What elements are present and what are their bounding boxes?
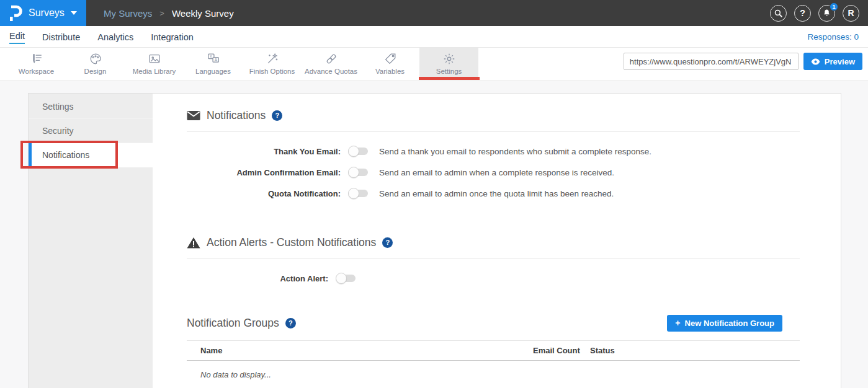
breadcrumb: My Surveys > Weekly Survey [104,8,234,19]
toolbar-item-design[interactable]: Design [66,48,125,78]
settings-sidebar: Settings Security Notifications [29,94,153,388]
envelope-icon [187,110,200,121]
questionpro-logo-icon [9,5,22,21]
action-alerts-section-heading: Action Alerts - Custom Notifications ? [187,234,800,250]
breadcrumb-separator: > [159,9,164,18]
breadcrumb-my-surveys[interactable]: My Surveys [104,8,152,19]
advance-quotas-link-icon [324,52,338,66]
product-menu-label: Surveys [29,7,65,19]
media-library-icon [148,52,161,66]
divider [187,258,800,259]
search-icon [774,9,783,18]
notifications-panel: Notifications ? Thank You Email: Send a … [153,94,841,388]
search-button[interactable] [770,5,787,22]
column-header-name: Name [187,346,533,355]
tab-edit[interactable]: Edit [9,30,25,44]
toolbar-item-finish-options[interactable]: Finish Options [243,48,302,78]
notification-count-badge: 1 [830,2,838,11]
workspace-icon [30,52,43,66]
notifications-button[interactable]: 1 [818,5,835,22]
settings-card: Settings Security Notifications Notifica… [28,93,841,388]
toolbar-item-media-library[interactable]: Media Library [125,48,184,78]
tab-distribute[interactable]: Distribute [42,31,80,42]
column-header-status: Status [590,346,800,355]
finish-options-wand-icon [266,52,279,66]
survey-url-input[interactable] [624,53,799,70]
quota-notification-toggle[interactable] [349,190,368,197]
action-alert-toggle[interactable] [336,275,356,282]
notifications-section-heading: Notifications ? [187,107,800,123]
sidebar-item-settings[interactable]: Settings [29,95,153,119]
design-palette-icon [89,52,102,66]
responses-count[interactable]: Responses: 0 [807,32,859,42]
toggle-row-thank-you-email: Thank You Email: Send a thank you email … [187,144,800,159]
languages-icon: x A [207,52,220,66]
svg-text:x: x [210,54,212,58]
user-avatar[interactable]: R [843,5,859,22]
avatar-initial: R [848,8,854,18]
tab-integration[interactable]: Integration [151,31,194,42]
top-bar: Surveys My Surveys > Weekly Survey ? 1 R [0,0,868,26]
surveys-product-menu[interactable]: Surveys [0,0,86,26]
notification-groups-heading: Notification Groups ? + New Notification… [187,314,800,332]
notification-groups-table-header: Name Email Count Status [187,340,800,361]
section-title-action-alerts: Action Alerts - Custom Notifications [207,236,376,249]
toolbar-item-advance-quotas[interactable]: Advance Quotas [302,48,360,78]
variables-tag-icon [383,52,397,66]
help-icon[interactable]: ? [382,237,393,248]
help-icon[interactable]: ? [272,110,282,121]
svg-text:A: A [214,58,217,62]
chevron-down-icon [71,11,77,15]
topbar-actions: ? 1 R [770,5,868,22]
sidebar-item-security[interactable]: Security [29,119,153,143]
question-mark-icon: ? [800,8,805,18]
toolbar-item-languages[interactable]: x A Languages [184,48,243,78]
help-icon[interactable]: ? [285,318,296,328]
thank-you-email-toggle[interactable] [349,148,368,155]
divider [187,131,800,132]
warning-triangle-icon [187,237,200,249]
edit-toolbar: Workspace Design Media Library x A Langu… [0,48,868,81]
toolbar-item-workspace[interactable]: Workspace [7,48,66,78]
column-header-email-count: Email Count [533,346,590,355]
breadcrumb-current-survey: Weekly Survey [172,8,234,19]
settings-gear-icon [442,52,456,66]
survey-nav-tabs: Edit Distribute Analytics Integration Re… [0,26,868,48]
tab-analytics[interactable]: Analytics [97,31,133,42]
sidebar-item-notifications[interactable]: Notifications [29,143,153,167]
survey-link-area: Preview [624,53,868,70]
toggle-row-action-alert: Action Alert: [187,271,800,286]
admin-confirmation-email-toggle[interactable] [349,169,368,176]
section-title-notifications: Notifications [207,109,266,122]
help-button[interactable]: ? [794,5,811,22]
toolbar-item-variables[interactable]: Variables [360,48,419,78]
toolbar-item-settings[interactable]: Settings [419,48,478,78]
plus-icon: + [675,318,680,328]
new-notification-group-button[interactable]: + New Notification Group [667,315,782,332]
toggle-row-quota-notification: Quota Notification: Send an email to adm… [187,186,800,201]
eye-icon [811,58,820,65]
toggle-row-admin-confirmation-email: Admin Confirmation Email: Send an email … [187,165,800,180]
table-empty-message: No data to display... [187,361,800,379]
section-title-notification-groups: Notification Groups [187,317,279,330]
preview-button[interactable]: Preview [803,53,862,70]
